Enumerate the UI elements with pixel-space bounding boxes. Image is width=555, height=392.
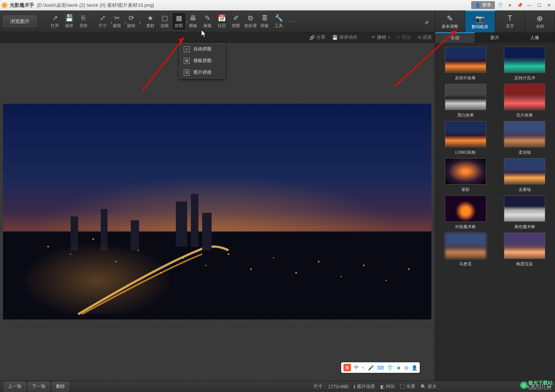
tool-抠图[interactable]: ✐抠图 — [229, 12, 243, 30]
dropdown-item-2[interactable]: ☰图片拼接 — [180, 67, 224, 78]
effects-category-tabs: 全部胶片人像 — [435, 32, 555, 43]
effect-7[interactable]: 去雾镜 — [498, 158, 552, 192]
tool-日历[interactable]: 📅日历 — [215, 12, 229, 30]
dropdown-icon[interactable]: ▾ — [505, 2, 514, 9]
dropdown-item-1[interactable]: ⊞模板拼图 — [180, 55, 224, 67]
browse-images-button[interactable]: 浏览图片 — [3, 15, 37, 27]
tool-icon: ⧉ — [248, 14, 253, 22]
effect-thumbnail — [445, 84, 486, 110]
tool-icon: 📅 — [218, 14, 226, 22]
tool-排版[interactable]: ≣排版 — [257, 12, 272, 30]
ime-emoji-icon[interactable]: ☻ — [396, 365, 401, 371]
pin-icon[interactable]: 📌 — [515, 2, 524, 9]
next-image-button[interactable]: 下一张 — [28, 382, 50, 391]
tool-另存[interactable]: ⎘另存 — [76, 12, 91, 30]
effect-thumbnail — [504, 84, 545, 110]
shirt-icon[interactable]: 👕 — [496, 2, 505, 9]
tool-模板[interactable]: 🖶模板 — [186, 12, 200, 30]
undo-button[interactable]: ↶撤销▾ — [372, 34, 390, 41]
ime-mode[interactable]: 中 — [354, 364, 359, 371]
effect-label: 柔光镜 — [519, 150, 531, 155]
tool-裁剪[interactable]: ✂裁剪▾ — [110, 12, 124, 30]
right-tab-3[interactable]: ⊕水印 — [525, 11, 555, 32]
ime-user-icon[interactable]: 👤 — [411, 365, 417, 371]
ime-mic-icon[interactable]: 🎤 — [368, 365, 374, 371]
category-tab-胶片[interactable]: 胶片 — [475, 32, 515, 43]
svg-point-17 — [363, 265, 364, 266]
login-button[interactable]: 👤登录 — [471, 1, 495, 9]
ime-grid-icon[interactable]: ⊞ — [404, 365, 408, 371]
tool-尺寸[interactable]: ⤢尺寸▾ — [95, 12, 110, 30]
tool-打开[interactable]: ↗打开 — [48, 12, 62, 30]
svg-point-18 — [386, 280, 387, 281]
tool-画笔[interactable]: ✎画笔 — [200, 12, 215, 30]
tool-素材[interactable]: ★素材 — [143, 12, 157, 30]
tool-批处理[interactable]: ⧉批处理 — [243, 12, 257, 30]
originalsize-button[interactable]: 🔍原大 — [420, 383, 437, 390]
category-tab-全部[interactable]: 全部 — [435, 32, 475, 43]
ime-punct-icon[interactable]: •, — [362, 365, 365, 371]
effect-2[interactable]: 黑白效果 — [438, 84, 493, 118]
tool-icon: 💾 — [65, 14, 73, 22]
prev-image-button[interactable]: 上一张 — [4, 382, 26, 391]
effect-8[interactable]: 对焦魔术棒 — [438, 195, 493, 230]
maximize-button[interactable]: ☐ — [535, 2, 544, 9]
tool-工具[interactable]: 🔧工具 — [272, 12, 286, 30]
restore-button[interactable]: ⟲还原 — [417, 34, 432, 41]
dropdown-item-0[interactable]: ▱自由拼图 — [180, 43, 224, 55]
effect-10[interactable]: 马赛克 — [438, 233, 493, 267]
tool-icon: ✐ — [233, 14, 239, 22]
tool-icon: ▦ — [176, 14, 182, 22]
image-info-button[interactable]: ℹ图片信息 — [354, 383, 375, 390]
effect-thumbnail — [504, 158, 545, 185]
redo-button[interactable]: ↷重做 — [396, 34, 411, 41]
ime-shirt-icon[interactable]: 👕 — [387, 365, 393, 371]
svg-point-14 — [295, 272, 297, 274]
tool-icon: ⎘ — [82, 14, 86, 22]
compare-icon: ◧ — [380, 384, 384, 389]
tool-icon: ≣ — [262, 14, 268, 22]
effect-0[interactable]: 反转片效果 — [438, 47, 493, 81]
share-button[interactable]: 🔗分享 — [309, 34, 325, 41]
ime-keyboard-icon[interactable]: ⌨ — [377, 365, 384, 371]
tool-旋转[interactable]: ⟳旋转▾ — [124, 12, 138, 30]
effect-9[interactable]: 着色魔术棒 — [498, 195, 552, 230]
minimize-button[interactable]: — — [525, 2, 534, 9]
ime-toolbar[interactable]: S 中 •, 🎤 ⌨ 👕 ☻ ⊞ 👤 — [341, 362, 420, 373]
effect-4[interactable]: LOMO风格 — [438, 121, 493, 155]
tool-保存[interactable]: 💾保存 — [62, 12, 76, 30]
expand-handle-icon[interactable]: ◢ — [425, 19, 428, 24]
right-tab-2[interactable]: T文字 — [495, 11, 525, 32]
tool-icon: ▢ — [162, 14, 168, 22]
effect-11[interactable]: 晚霞渲染 — [498, 233, 552, 267]
close-button[interactable]: ✕ — [544, 2, 553, 9]
category-tab-人像[interactable]: 人像 — [515, 32, 555, 43]
effect-3[interactable]: 负片效果 — [498, 84, 552, 118]
effect-thumbnail — [504, 195, 545, 222]
right-tab-0[interactable]: ✎基本调整 — [435, 11, 465, 32]
tab-icon: ✎ — [447, 14, 453, 23]
right-tab-1[interactable]: 📷数码暗房 — [465, 11, 495, 32]
bottom-bar: 上一张 下一张 删除 尺寸：1772×890 ℹ图片信息 ◧对比 ⛶全屏 🔍原大… — [0, 381, 555, 392]
app-name: 光影魔术手 — [10, 2, 34, 9]
compare-button[interactable]: ◧对比 — [380, 383, 395, 390]
save-action-button[interactable]: 💾保存动作 — [332, 34, 357, 41]
globe-icon — [520, 381, 528, 389]
svg-point-16 — [341, 276, 342, 277]
tool-icon: 🖶 — [190, 14, 197, 22]
effect-5[interactable]: 柔光镜 — [498, 121, 552, 155]
delete-button[interactable]: 删除 — [52, 382, 69, 391]
effect-1[interactable]: 反转片负冲 — [498, 47, 552, 81]
svg-point-11 — [228, 253, 229, 255]
tool-icon: ✂ — [114, 14, 120, 22]
fullscreen-button[interactable]: ⛶全屏 — [400, 383, 415, 390]
effects-grid: 反转片效果反转片负冲黑白效果负片效果LOMO风格柔光镜晕影去雾镜对焦魔术棒着色魔… — [435, 43, 555, 381]
image-preview[interactable] — [3, 104, 431, 319]
more-icon[interactable]: ⋯ — [290, 18, 296, 25]
tab-icon: 📷 — [475, 14, 485, 23]
effects-panel: 全部胶片人像 反转片效果反转片负冲黑白效果负片效果LOMO风格柔光镜晕影去雾镜对… — [435, 32, 555, 381]
effect-6[interactable]: 晕影 — [438, 158, 493, 192]
tool-icon: ⤢ — [100, 14, 106, 22]
tool-拼图[interactable]: ▦拼图▾ — [172, 12, 186, 30]
tool-边框[interactable]: ▢边框▾ — [157, 12, 172, 30]
